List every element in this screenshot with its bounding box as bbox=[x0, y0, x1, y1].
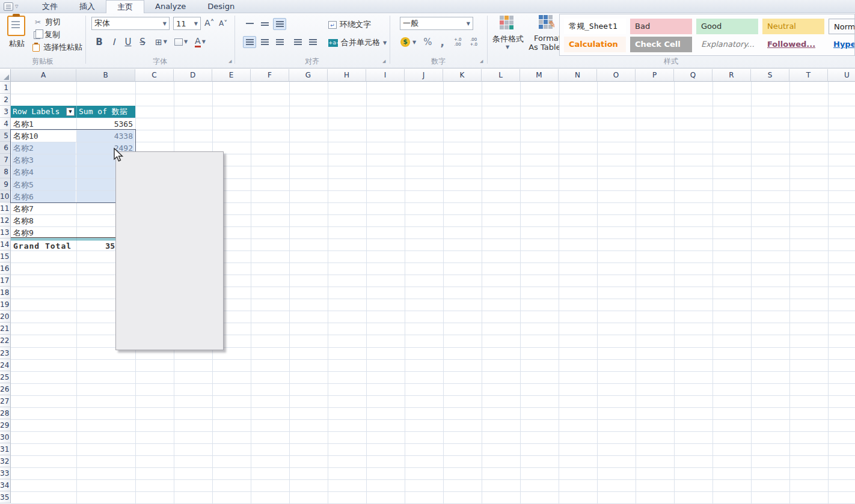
cell-A9[interactable]: 名称5 bbox=[11, 179, 76, 190]
number-format-select[interactable]: 一般▼ bbox=[400, 17, 473, 30]
column-header-S[interactable]: S bbox=[751, 69, 789, 82]
merge-cells-button[interactable]: +a+ 合并单元格 ▼ bbox=[328, 37, 387, 48]
column-header-H[interactable]: H bbox=[328, 69, 366, 82]
paste-special-button[interactable]: 选择性粘贴 bbox=[32, 42, 82, 53]
row-header-21[interactable]: 21 bbox=[0, 323, 11, 335]
popup-panel[interactable] bbox=[115, 151, 224, 350]
style-item-normal[interactable]: Normal bbox=[829, 19, 855, 34]
column-header-I[interactable]: I bbox=[366, 69, 405, 82]
row-header-25[interactable]: 25 bbox=[0, 371, 11, 383]
column-header-T[interactable]: T bbox=[789, 69, 828, 82]
style-item-followed-[interactable]: Followed... bbox=[762, 37, 824, 52]
row-header-4[interactable]: 4 bbox=[0, 118, 11, 130]
style-item-neutral[interactable]: Neutral bbox=[762, 19, 824, 34]
column-header-D[interactable]: D bbox=[174, 69, 212, 82]
row-header-15[interactable]: 15 bbox=[0, 250, 11, 263]
decrease-font-icon[interactable]: A˅ bbox=[219, 19, 227, 28]
increase-font-icon[interactable]: A˄ bbox=[204, 18, 215, 28]
cut-button[interactable]: ✂ 剪切 bbox=[34, 17, 61, 28]
tab-Design[interactable]: Design bbox=[197, 0, 245, 13]
column-header-K[interactable]: K bbox=[443, 69, 482, 82]
row-header-23[interactable]: 23 bbox=[0, 347, 11, 359]
row-header-32[interactable]: 32 bbox=[0, 455, 11, 467]
tab-文件[interactable]: 文件 bbox=[31, 0, 69, 13]
chevron-down-icon[interactable]: ▼ bbox=[202, 39, 206, 44]
row-header-35[interactable]: 35 bbox=[0, 491, 11, 503]
column-header-P[interactable]: P bbox=[636, 69, 674, 82]
row-header-14[interactable]: 14 bbox=[0, 238, 11, 250]
row-header-18[interactable]: 18 bbox=[0, 287, 11, 299]
column-header-N[interactable]: N bbox=[559, 69, 597, 82]
borders-icon[interactable]: ⊞ bbox=[155, 37, 162, 47]
row-header-10[interactable]: 10 bbox=[0, 190, 11, 202]
row-header-26[interactable]: 26 bbox=[0, 383, 11, 395]
cell-B5[interactable]: 4338 bbox=[77, 130, 135, 142]
cell-A14-grand-total[interactable]: Grand Total bbox=[11, 240, 76, 250]
fill-color-icon[interactable] bbox=[174, 38, 183, 46]
row-header-19[interactable]: 19 bbox=[0, 299, 11, 311]
increase-decimal-button[interactable]: +.0.00 bbox=[454, 37, 462, 47]
copy-button[interactable]: 复制 bbox=[34, 29, 60, 40]
row-header-5[interactable]: 5 bbox=[0, 130, 11, 142]
strikethrough-button[interactable]: S bbox=[136, 37, 149, 47]
row-header-13[interactable]: 13 bbox=[0, 226, 11, 238]
quick-access-toolbar[interactable]: ▽ bbox=[4, 1, 28, 12]
align-right-button[interactable] bbox=[273, 36, 286, 48]
comma-format-button[interactable]: , bbox=[440, 36, 444, 48]
row-header-33[interactable]: 33 bbox=[0, 467, 11, 479]
row-header-29[interactable]: 29 bbox=[0, 419, 11, 431]
row-header-6[interactable]: 6 bbox=[0, 142, 11, 154]
align-bottom-button[interactable] bbox=[273, 18, 286, 30]
chevron-down-icon[interactable]: ▼ bbox=[184, 39, 188, 44]
select-all-button[interactable] bbox=[0, 69, 11, 82]
row-header-3[interactable]: 3 bbox=[0, 106, 11, 118]
filter-dropdown-icon[interactable]: ▼ bbox=[66, 108, 75, 116]
decrease-decimal-button[interactable]: .00+.0 bbox=[470, 37, 477, 47]
row-header-16[interactable]: 16 bbox=[0, 263, 11, 275]
row-header-8[interactable]: 8 bbox=[0, 166, 11, 178]
chevron-down-icon[interactable]: ▼ bbox=[412, 40, 416, 45]
align-center-button[interactable] bbox=[258, 36, 271, 48]
cell-A7[interactable]: 名称3 bbox=[11, 154, 76, 166]
paste-icon[interactable] bbox=[7, 16, 25, 36]
paste-button[interactable]: 粘贴 bbox=[4, 38, 30, 49]
tab-Analyze[interactable]: Analyze bbox=[144, 0, 197, 13]
percent-format-button[interactable]: % bbox=[423, 37, 432, 47]
cell-B14-grand-total-value-truncated[interactable]: 35 bbox=[77, 240, 115, 250]
chevron-down-icon[interactable]: ▼ bbox=[164, 39, 167, 44]
decrease-indent-button[interactable] bbox=[291, 36, 304, 48]
cell-A13[interactable]: 名称9 bbox=[11, 227, 76, 238]
cell-A10[interactable]: 名称6 bbox=[11, 191, 76, 202]
underline-button[interactable]: U bbox=[121, 37, 135, 47]
row-header-7[interactable]: 7 bbox=[0, 154, 11, 166]
style-item-hyperlink[interactable]: Hyperlink bbox=[829, 37, 855, 52]
style-item-常规-sheet1[interactable]: 常规_Sheet1 bbox=[564, 19, 626, 34]
row-header-9[interactable]: 9 bbox=[0, 178, 11, 190]
row-header-30[interactable]: 30 bbox=[0, 431, 11, 443]
style-item-bad[interactable]: Bad bbox=[630, 19, 692, 34]
style-item-check-cell[interactable]: Check Cell bbox=[630, 37, 692, 52]
bold-button[interactable]: B bbox=[93, 37, 106, 47]
cell-B4[interactable]: 5365 bbox=[77, 118, 135, 130]
number-dialog-launcher-icon[interactable]: ◢ bbox=[480, 59, 485, 64]
style-item-calculation[interactable]: Calculation bbox=[564, 37, 626, 52]
row-header-31[interactable]: 31 bbox=[0, 443, 11, 455]
align-left-button[interactable] bbox=[243, 36, 256, 48]
currency-format-icon[interactable]: $ bbox=[400, 37, 410, 47]
cell-A4[interactable]: 名称1 bbox=[11, 118, 76, 130]
italic-button[interactable]: I bbox=[107, 37, 120, 47]
row-header-22[interactable]: 22 bbox=[0, 335, 11, 347]
wrap-text-button[interactable]: ↵ 环绕文字 bbox=[328, 19, 371, 30]
column-header-O[interactable]: O bbox=[597, 69, 636, 82]
column-header-B[interactable]: B bbox=[76, 69, 135, 82]
column-header-C[interactable]: C bbox=[135, 69, 174, 82]
column-header-J[interactable]: J bbox=[405, 69, 443, 82]
row-header-34[interactable]: 34 bbox=[0, 479, 11, 491]
style-item-good[interactable]: Good bbox=[696, 19, 758, 34]
row-header-11[interactable]: 11 bbox=[0, 202, 11, 214]
row-header-24[interactable]: 24 bbox=[0, 359, 11, 371]
quick-access-dropdown-icon[interactable]: ▽ bbox=[15, 4, 18, 9]
cell-A6[interactable]: 名称2 bbox=[11, 142, 76, 154]
row-header-20[interactable]: 20 bbox=[0, 311, 11, 323]
column-header-G[interactable]: G bbox=[289, 69, 328, 82]
